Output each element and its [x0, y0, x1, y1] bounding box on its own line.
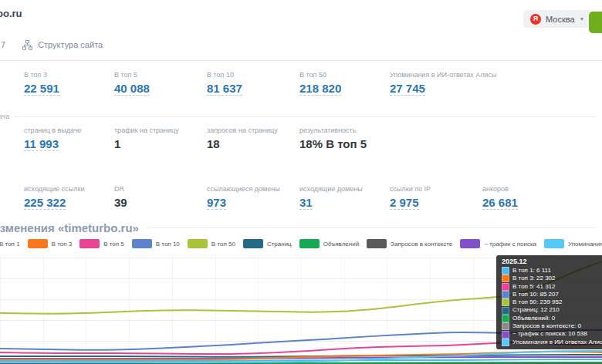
dashboard-page: timeturbo.ru Я Москва ▼ 7 Структура сайт…: [0, 0, 602, 364]
legend-item[interactable]: В топ 5: [79, 239, 124, 248]
stat-value: 18: [207, 137, 278, 150]
stat-label: Упоминания в ИИ-ответах Алисы: [390, 71, 497, 79]
tooltip-title: 2025.12: [502, 258, 602, 265]
stat-label: DR: [114, 185, 127, 193]
stat-traffic-per-page: трафик на страницу 1: [114, 126, 179, 150]
tooltip-color-swatch: [502, 283, 509, 291]
stat-value-link[interactable]: 81 637: [207, 82, 242, 96]
stat-label: запросов на страницу: [207, 126, 278, 134]
legend-item-label: В топ 3: [52, 241, 73, 248]
stat-pages-in-serp: страниц в выдаче 11 993: [24, 126, 82, 151]
legend-color-swatch: [367, 239, 387, 248]
stat-label: исходящие ссылки: [24, 185, 84, 193]
stat-queries-per-page: запросов на страницу 18: [207, 126, 278, 150]
legend-item[interactable]: В топ 10: [132, 239, 180, 248]
stat-label: В топ 3: [24, 71, 59, 79]
stat-outgoing-domains: исходящие домены 31: [299, 185, 363, 210]
yandex-icon: Я: [530, 14, 541, 25]
serp-section-title: Выдача: [0, 113, 9, 120]
tooltip-row: В топ 10: 85 207: [502, 291, 602, 298]
legend-item-label: Объявлений: [323, 241, 359, 248]
action-button[interactable]: [589, 12, 602, 33]
nav-count-stub: 7: [1, 40, 5, 49]
region-selector[interactable]: Я Москва ▼: [523, 10, 592, 28]
stat-value-link[interactable]: 973: [207, 196, 226, 210]
stat-value: 18% В топ 5: [299, 137, 367, 150]
stat-value-link[interactable]: 40 088: [114, 82, 150, 96]
tooltip-row: В топ 50: 239 952: [502, 298, 602, 306]
region-label: Москва: [546, 15, 575, 24]
legend-item-label: В топ 50: [211, 241, 235, 248]
legend-color-swatch: [299, 239, 320, 248]
stat-label: В топ 10: [207, 71, 242, 79]
stat-value-link[interactable]: 22 591: [24, 82, 59, 96]
legend-item[interactable]: Страниц: [243, 239, 292, 248]
tooltip-row: ~ трафик с поиска: 10 538: [502, 330, 602, 338]
tooltip-color-swatch: [502, 331, 509, 339]
legend-color-swatch: [132, 239, 152, 248]
legend-item[interactable]: В топ 50: [188, 239, 235, 248]
legend-item[interactable]: В топ 3: [28, 239, 73, 248]
stat-top10: В топ 10 81 637: [207, 71, 242, 96]
stat-label: ссылки по IP: [390, 185, 431, 193]
tooltip-color-swatch: [502, 267, 509, 275]
stat-value-link[interactable]: 27 745: [390, 82, 425, 96]
legend-item-label: Запросов в контексте: [391, 241, 452, 248]
stat-label: трафик на страницу: [114, 126, 179, 134]
legend-item-label: Страниц: [267, 241, 292, 248]
stat-label: ссылающиеся домены: [207, 185, 280, 193]
stat-label: страниц в выдаче: [24, 126, 82, 134]
tooltip-color-swatch: [502, 315, 509, 322]
stat-ai-mentions: Упоминания в ИИ-ответах Алисы 27 745: [390, 71, 497, 96]
stat-dr: DR 39: [114, 185, 127, 209]
stat-top5: В топ 5 40 088: [114, 71, 150, 96]
stat-effectiveness: результативность 18% В топ 5: [299, 126, 367, 150]
sitemap-icon: [22, 40, 32, 50]
stat-value-link[interactable]: 31: [299, 196, 313, 210]
site-structure-link[interactable]: Структура сайта: [22, 40, 103, 50]
divider: [0, 60, 602, 61]
tooltip-color-swatch: [502, 275, 509, 282]
stat-value: 1: [114, 137, 179, 150]
tooltip-row: В топ 5: 41 312: [502, 283, 602, 291]
legend-item[interactable]: Объявлений: [299, 239, 359, 248]
stat-top3: В топ 3 22 591: [24, 71, 59, 96]
stat-value-link[interactable]: 218 820: [299, 82, 341, 96]
legend-item[interactable]: Упоминания в ИИ ответах Алисы: [544, 239, 602, 248]
legend-item-label: ~ трафик с поиска: [484, 241, 536, 248]
legend-color-swatch: [544, 239, 564, 248]
legend-item[interactable]: Запросов в контексте: [367, 239, 452, 248]
divider: [147, 228, 596, 228]
legend-item-label: В топ 5: [103, 241, 124, 248]
legend-item-label: Упоминания в ИИ ответах Алисы: [568, 241, 602, 248]
legend-color-swatch: [79, 239, 100, 248]
tooltip-row: Страниц: 12 210: [502, 306, 602, 314]
tooltip-color-swatch: [502, 298, 509, 306]
stat-top50: В топ 50 218 820: [299, 71, 341, 96]
legend-item[interactable]: ~ трафик с поиска: [460, 239, 536, 248]
stat-label: В топ 50: [299, 71, 341, 79]
stat-label: исходящие домены: [299, 185, 363, 193]
chart-tooltip-rows: В топ 1: 6 111В топ 3: 22 302В топ 5: 41…: [502, 267, 602, 346]
stat-links-by-ip: ссылки по IP 2 975: [390, 185, 431, 210]
changes-section-title: Изменения «timeturbo.ru»: [0, 221, 139, 234]
stat-value-link[interactable]: 26 681: [482, 196, 518, 210]
stat-outgoing-links: исходящие ссылки 225 322: [24, 185, 84, 210]
legend-item-label: В топ 10: [156, 241, 180, 248]
tooltip-row: Упоминания в ИИ ответах Алисы: 25 1: [502, 339, 602, 346]
stat-value-link[interactable]: 11 993: [24, 137, 59, 151]
chart-legend: В топ 1В топ 3В топ 5В топ 10В топ 50Стр…: [0, 239, 602, 248]
changes-section-header: Изменения «timeturbo.ru»: [0, 221, 596, 234]
legend-color-swatch: [28, 239, 48, 248]
tooltip-row: Запросов в контексте: 0: [502, 322, 602, 330]
chevron-down-icon: ▼: [580, 16, 585, 22]
tooltip-row: В топ 1: 6 111: [502, 267, 602, 275]
serp-section-divider: Выдача: [0, 113, 596, 120]
tooltip-color-swatch: [502, 339, 509, 346]
legend-item[interactable]: В топ 1: [0, 239, 20, 248]
tooltip-color-swatch: [502, 322, 509, 330]
site-structure-label: Структура сайта: [38, 40, 103, 49]
stat-value-link[interactable]: 2 975: [390, 196, 419, 210]
stat-value-link[interactable]: 225 322: [24, 196, 66, 210]
nav-row: 7 Структура сайта: [0, 36, 103, 53]
